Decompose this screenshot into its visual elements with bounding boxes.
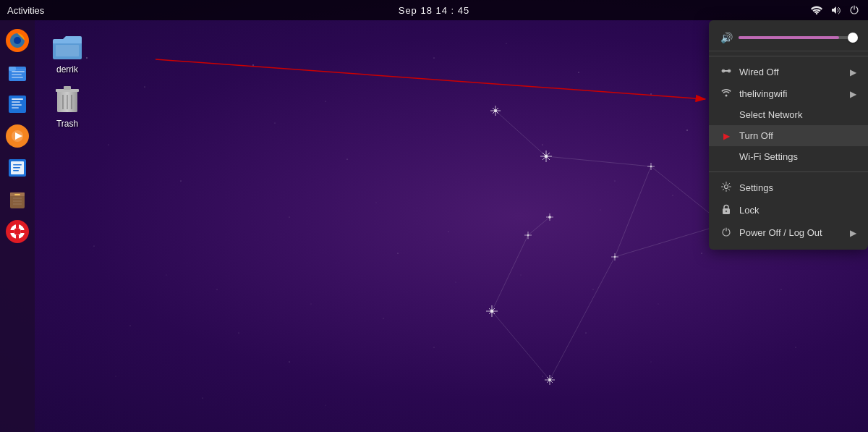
- svg-point-5: [506, 43, 507, 44]
- svg-point-85: [614, 256, 616, 258]
- home-icon-label: derrik: [56, 64, 78, 75]
- svg-rect-135: [56, 45, 79, 56]
- wifi-icon: [720, 88, 732, 99]
- desktop-icons-area: derrik: [42, 27, 93, 129]
- volume-slider-fill: [739, 36, 839, 39]
- svg-point-16: [130, 326, 131, 326]
- svg-line-51: [492, 311, 550, 380]
- dock-item-notes[interactable]: [3, 153, 32, 182]
- select-network-label: Select Network: [739, 109, 802, 120]
- power-arrow: ▶: [850, 228, 856, 238]
- wired-label: Wired Off: [739, 67, 779, 77]
- system-dropdown-menu: 🔊 Wired Off ▶: [709, 20, 868, 250]
- desktop-icon-home[interactable]: derrik: [42, 27, 93, 75]
- desktop: Activities Sep 18 14 : 45: [0, 0, 868, 432]
- volume-slider[interactable]: [739, 36, 856, 39]
- svg-point-44: [542, 376, 543, 377]
- svg-point-69: [549, 216, 551, 219]
- dock-item-text-editor[interactable]: [3, 90, 32, 119]
- dock: [0, 20, 35, 432]
- menu-item-wifi-settings[interactable]: Wi-Fi Settings: [709, 146, 868, 167]
- svg-point-15: [686, 130, 687, 130]
- wifi-arrow: ▶: [850, 89, 856, 99]
- svg-point-27: [521, 275, 522, 276]
- settings-gear-icon: [720, 182, 732, 194]
- svg-point-148: [726, 95, 728, 97]
- system-menu-icon[interactable]: [848, 4, 861, 17]
- svg-point-1: [144, 86, 145, 87]
- svg-point-31: [94, 246, 95, 247]
- svg-rect-139: [64, 86, 71, 90]
- turn-off-left: ▶ Turn Off: [720, 130, 773, 141]
- wifi-status-icon[interactable]: [810, 4, 823, 17]
- dock-item-firefox[interactable]: [3, 26, 32, 55]
- menu-item-wifi[interactable]: thelivingwifi ▶: [709, 83, 868, 104]
- svg-line-52: [550, 257, 615, 380]
- lock-icon: [720, 204, 732, 216]
- svg-rect-110: [12, 101, 20, 103]
- menu-item-lock[interactable]: Lock: [709, 199, 868, 221]
- svg-point-43: [326, 405, 326, 406]
- svg-rect-118: [13, 164, 22, 166]
- activities-label[interactable]: Activities: [7, 5, 44, 16]
- svg-point-34: [311, 304, 312, 305]
- svg-point-66: [545, 155, 548, 158]
- svg-point-24: [275, 123, 276, 124]
- svg-point-38: [600, 210, 601, 211]
- wired-icon: [720, 66, 732, 78]
- svg-rect-120: [13, 170, 19, 171]
- wired-arrow: ▶: [850, 67, 856, 77]
- svg-rect-112: [12, 107, 19, 109]
- dock-item-archive[interactable]: [3, 185, 32, 214]
- svg-point-9: [180, 180, 181, 181]
- svg-point-17: [289, 361, 289, 362]
- svg-rect-123: [14, 194, 20, 195]
- menu-item-select-network[interactable]: Select Network: [709, 104, 868, 125]
- dock-item-rhythmbox[interactable]: [3, 122, 32, 151]
- dock-item-files[interactable]: [3, 58, 32, 87]
- svg-point-7: [650, 93, 651, 94]
- menu-sep-2: [709, 171, 868, 172]
- svg-rect-119: [13, 167, 20, 169]
- menu-item-wired[interactable]: Wired Off ▶: [709, 61, 868, 83]
- annotation-arrow: [134, 45, 727, 110]
- topbar-activities[interactable]: Activities: [0, 5, 44, 16]
- svg-point-4: [433, 57, 434, 58]
- svg-point-40: [781, 289, 782, 290]
- svg-point-10: [289, 217, 290, 218]
- svg-line-50: [492, 235, 528, 311]
- lock-label: Lock: [739, 205, 759, 216]
- volume-status-icon[interactable]: [829, 4, 842, 17]
- desktop-icon-trash[interactable]: Trash: [42, 82, 93, 129]
- svg-line-60: [493, 108, 498, 114]
- turn-off-label: Turn Off: [739, 130, 773, 141]
- menu-item-turn-off[interactable]: ▶ Turn Off: [709, 125, 868, 146]
- dock-item-help[interactable]: [3, 217, 32, 246]
- menu-item-settings[interactable]: Settings: [709, 177, 868, 199]
- trash-can-icon: [50, 82, 85, 117]
- svg-rect-109: [12, 98, 23, 100]
- svg-rect-106: [12, 74, 22, 75]
- home-folder-icon: [50, 27, 85, 62]
- svg-point-82: [549, 379, 551, 381]
- svg-line-65: [542, 153, 550, 160]
- wired-item-left: Wired Off: [720, 66, 779, 78]
- svg-point-28: [586, 333, 587, 334]
- svg-line-80: [547, 377, 553, 383]
- svg-point-23: [346, 158, 347, 159]
- svg-line-53: [615, 166, 651, 257]
- power-off-label: Power Off / Log Out: [739, 227, 822, 238]
- svg-rect-132: [16, 223, 19, 228]
- svg-point-151: [726, 211, 727, 212]
- svg-point-102: [14, 37, 21, 44]
- svg-rect-107: [12, 77, 23, 78]
- svg-line-47: [495, 111, 546, 156]
- svg-line-59: [493, 108, 498, 114]
- menu-item-power-off[interactable]: Power Off / Log Out ▶: [709, 221, 868, 244]
- svg-point-18: [434, 347, 435, 348]
- menu-sep-1: [709, 56, 868, 56]
- svg-point-2: [252, 64, 253, 65]
- svg-rect-130: [9, 230, 14, 233]
- svg-point-20: [701, 253, 702, 253]
- topbar-datetime: Sep 18 14 : 45: [399, 5, 470, 16]
